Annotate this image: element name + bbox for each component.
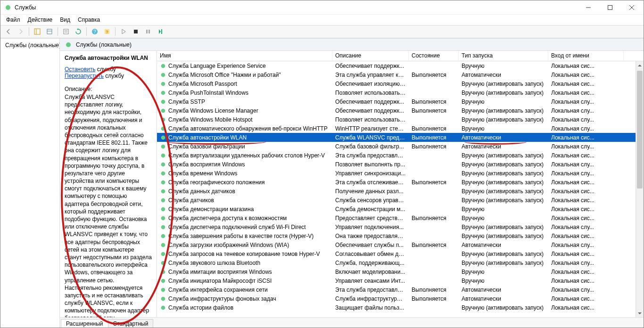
service-row[interactable]: Служба имитации восприятия WindowsВключа… (157, 267, 644, 276)
cell-state (409, 236, 459, 237)
col-name[interactable]: Имя (157, 51, 332, 61)
gear-icon (160, 269, 166, 275)
service-row[interactable]: Служба Language Experience ServiceОбеспе… (157, 61, 644, 70)
service-row[interactable]: Служба Microsoft PassportОбеспечивает из… (157, 79, 644, 88)
svg-point-54 (162, 190, 164, 192)
cell-desc: Управляет сеансами Инт... (332, 277, 409, 285)
gear-icon (160, 134, 166, 141)
cell-start: Вручную (активировать запуск) (459, 161, 548, 168)
help2-button[interactable]: ? (101, 26, 113, 37)
svg-rect-10 (64, 29, 68, 34)
service-row[interactable]: Служба Microsoft Office "Нажми и работай… (157, 70, 644, 79)
col-logon[interactable]: Вход от имени (548, 51, 624, 61)
cell-logon: Локальная сис... (548, 232, 624, 240)
menu-view[interactable]: Вид (56, 16, 74, 24)
maximize-button[interactable] (599, 0, 621, 15)
service-row[interactable]: Служба инициатора Майкрософт iSCSIУправл… (157, 276, 644, 285)
col-state[interactable]: Состояние (409, 51, 459, 61)
close-button[interactable] (621, 0, 643, 15)
help-button[interactable]: ? (89, 26, 100, 37)
restart-link[interactable]: Перезапустить (65, 73, 104, 79)
cell-desc: Предоставляет средства ... (332, 214, 409, 222)
cell-logon: Локальная слу... (548, 161, 624, 168)
tab-standard[interactable]: Стандартный (108, 319, 154, 328)
cell-state (409, 262, 459, 263)
start-service-button[interactable] (118, 26, 129, 37)
back-button[interactable] (3, 26, 14, 37)
cell-logon: Локальная сис... (548, 277, 624, 285)
cell-logon: Локальная сис... (548, 250, 624, 258)
service-row[interactable]: Служба звукового шлюза BluetoothСлужба, … (157, 258, 644, 267)
service-row[interactable]: Служба диспетчера подключений служб Wi-F… (157, 222, 644, 231)
refresh-button[interactable] (73, 26, 84, 37)
cell-logon: Локальная слу... (548, 286, 624, 294)
rows-container[interactable]: Служба Language Experience ServiceОбеспе… (157, 61, 644, 317)
service-row[interactable]: Служба датчиковСлужба сенсоров управл...… (157, 196, 644, 205)
svg-point-50 (162, 172, 164, 174)
cell-state (409, 209, 459, 210)
cell-desc: Позволяет использовать ... (332, 116, 409, 123)
service-row[interactable]: Служба географического положенияЭта служ… (157, 178, 644, 187)
scroll-down-button[interactable] (636, 309, 644, 317)
service-row[interactable]: Служба загрузки изображений Windows (WIA… (157, 240, 644, 249)
col-start[interactable]: Тип запуска (459, 51, 548, 61)
cell-state: Выполняется (409, 241, 459, 249)
cell-name: Служба базовой фильтрации (157, 143, 332, 150)
service-row[interactable]: Служба PushToInstall WindowsПозволяет ис… (157, 88, 644, 97)
gear-icon (160, 188, 166, 195)
svg-rect-8 (47, 29, 52, 34)
service-row[interactable]: Служба виртуализации удаленных рабочих с… (157, 151, 644, 160)
cell-logon: Локальная слу... (548, 125, 624, 132)
tree-pane[interactable]: Службы (локальные) (0, 39, 60, 328)
service-row[interactable]: Служба запросов на теневое копирование т… (157, 249, 644, 258)
scroll-thumb[interactable] (637, 71, 643, 189)
stop-service-button[interactable] (130, 26, 141, 37)
cell-start: Вручную (активировать запуск) (459, 304, 548, 312)
service-row[interactable]: Служба интерфейса сохранения сетиЭта слу… (157, 285, 644, 294)
service-row[interactable]: Служба восприятия WindowsПозволяет выпол… (157, 160, 644, 169)
tab-extended[interactable]: Расширенный (61, 319, 108, 328)
show-hide-tree-button[interactable] (32, 26, 43, 37)
cell-start: Автоматически (459, 286, 548, 294)
svg-rect-6 (34, 29, 40, 34)
cell-start: Вручную (459, 62, 548, 70)
cell-name: Служба PushToInstall Windows (157, 89, 332, 97)
service-row[interactable]: Служба SSTPОбеспечивает поддержк...Выпол… (157, 97, 644, 106)
cell-start: Вручную (459, 125, 548, 132)
scroll-up-button[interactable] (636, 61, 644, 69)
service-row[interactable]: Служба времени WindowsУправляет синхрони… (157, 169, 644, 178)
properties-button[interactable] (60, 26, 72, 37)
service-row[interactable]: Служба Windows License ManagerОбеспечива… (157, 106, 644, 115)
service-row[interactable]: Служба Windows Mobile HotspotПозволяет и… (157, 115, 644, 124)
pause-service-button[interactable] (142, 26, 154, 37)
minimize-button[interactable] (578, 0, 599, 15)
restart-service-button[interactable] (155, 26, 166, 37)
menu-action[interactable]: Действие (24, 16, 57, 24)
svg-point-34 (162, 101, 164, 103)
content-area: Служба автонастройки WLAN Остановить слу… (60, 51, 644, 317)
service-row[interactable]: Служба автоматического обнаружения веб-п… (157, 124, 644, 133)
service-row[interactable]: Служба автонастройки WLANСлужба WLANSVC … (157, 133, 644, 142)
service-row[interactable]: Служба завершения работы в качестве гост… (157, 231, 644, 240)
forward-button[interactable] (15, 26, 26, 37)
service-row[interactable]: Служба инфраструктуры фоновых задачСлужб… (157, 294, 644, 303)
cell-name: Служба автоматического обнаружения веб-п… (157, 125, 332, 132)
menu-help[interactable]: Справка (74, 16, 104, 24)
cell-state (409, 200, 459, 201)
service-row[interactable]: Служба истории файловЗащищает файлы поль… (157, 303, 644, 312)
tree-root-item[interactable]: Службы (локальные) (1, 41, 58, 50)
vertical-scrollbar[interactable] (636, 61, 644, 317)
cell-state (409, 280, 459, 281)
cell-start: Автоматически (459, 241, 548, 249)
service-row[interactable]: Служба демонстрации магазинаСлужба демон… (157, 205, 644, 213)
export-list-button[interactable] (44, 26, 55, 37)
service-row[interactable]: Служба данных датчиковПолучение данных р… (157, 187, 644, 196)
service-row[interactable]: Служба базовой фильтрацииСлужба базовой … (157, 142, 644, 151)
menu-file[interactable]: Файл (2, 16, 24, 24)
cell-desc: Обеспечивает поддержк... (332, 107, 409, 115)
svg-point-48 (162, 164, 164, 165)
cell-desc: Она также предоставляет... (332, 232, 409, 240)
stop-link[interactable]: Остановить (65, 66, 96, 73)
col-desc[interactable]: Описание (332, 51, 409, 61)
service-row[interactable]: Служба диспетчера доступа к возможностям… (157, 213, 644, 222)
